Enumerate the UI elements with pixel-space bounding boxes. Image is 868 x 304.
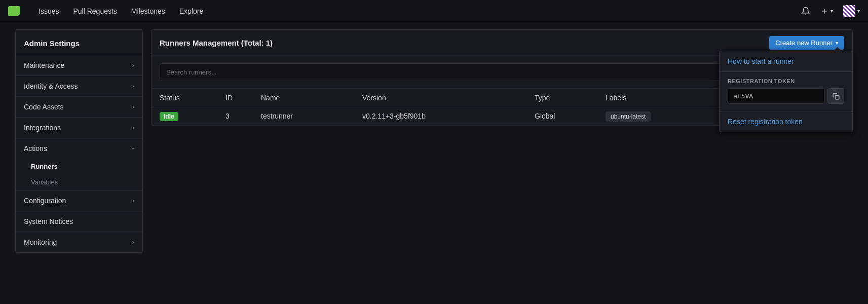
col-version: Version xyxy=(354,89,526,107)
copy-token-button[interactable] xyxy=(827,88,844,104)
sidebar-item-label: Code Assets xyxy=(24,103,64,111)
button-label: Create new Runner xyxy=(775,39,833,47)
chevron-down-icon: › xyxy=(130,147,137,149)
chevron-down-icon: ▾ xyxy=(831,8,833,14)
cell-name: testrunner xyxy=(253,107,354,125)
col-type: Type xyxy=(526,89,597,107)
admin-sidebar: Admin Settings Maintenance › Identity & … xyxy=(15,29,143,253)
sidebar-subitem-runners[interactable]: Runners xyxy=(16,159,142,174)
registration-token-label: REGISTRATION TOKEN xyxy=(728,78,844,84)
user-menu[interactable]: ▾ xyxy=(843,5,860,17)
sidebar-item-label: System Notices xyxy=(24,217,73,225)
copy-icon xyxy=(833,93,840,100)
sidebar-item-label: Identity & Access xyxy=(24,82,78,90)
create-runner-button[interactable]: Create new Runner ▾ xyxy=(769,36,844,50)
top-navbar: Issues Pull Requests Milestones Explore … xyxy=(0,0,868,22)
chevron-down-icon: ▾ xyxy=(857,8,860,14)
sidebar-item-label: Integrations xyxy=(24,124,61,132)
col-id: ID xyxy=(217,89,253,107)
chevron-right-icon: › xyxy=(132,83,134,90)
registration-token-input[interactable] xyxy=(728,88,824,104)
sidebar-item-actions[interactable]: Actions › xyxy=(16,138,142,159)
chevron-right-icon: › xyxy=(132,62,134,69)
nav-link-explore[interactable]: Explore xyxy=(179,7,203,15)
cell-type: Global xyxy=(526,107,597,125)
cell-id: 3 xyxy=(217,107,253,125)
label-tag: ubuntu-latest xyxy=(606,111,651,122)
sidebar-item-label: Configuration xyxy=(24,197,66,205)
chevron-right-icon: › xyxy=(132,103,134,110)
nav-link-pull-requests[interactable]: Pull Requests xyxy=(73,7,117,15)
sidebar-item-configuration[interactable]: Configuration › xyxy=(16,190,142,211)
chevron-right-icon: › xyxy=(132,197,134,204)
sidebar-item-label: Actions xyxy=(24,144,47,153)
avatar xyxy=(843,5,855,17)
sidebar-item-integrations[interactable]: Integrations › xyxy=(16,117,142,138)
create-runner-dropdown: How to start a runner REGISTRATION TOKEN… xyxy=(719,51,853,132)
reset-token-link[interactable]: Reset registration token xyxy=(720,111,852,132)
site-logo[interactable] xyxy=(8,6,20,16)
notifications-icon[interactable] xyxy=(801,7,810,16)
panel-title: Runners Management (Total: 1) xyxy=(160,39,273,47)
col-labels: Labels xyxy=(597,89,724,107)
sidebar-item-code-assets[interactable]: Code Assets › xyxy=(16,96,142,117)
chevron-right-icon: › xyxy=(132,239,134,246)
col-status: Status xyxy=(152,89,217,107)
sidebar-item-label: Maintenance xyxy=(24,61,64,69)
create-menu[interactable]: ▾ xyxy=(820,7,833,15)
chevron-down-icon: ▾ xyxy=(836,40,838,46)
col-name: Name xyxy=(253,89,354,107)
sidebar-item-label: Monitoring xyxy=(24,238,57,246)
chevron-right-icon: › xyxy=(132,124,134,131)
sidebar-title: Admin Settings xyxy=(16,30,142,55)
sidebar-item-maintenance[interactable]: Maintenance › xyxy=(16,55,142,75)
how-to-start-link[interactable]: How to start a runner xyxy=(720,51,852,71)
nav-link-issues[interactable]: Issues xyxy=(39,7,59,15)
status-badge: Idle xyxy=(160,112,178,121)
sidebar-item-identity-access[interactable]: Identity & Access › xyxy=(16,75,142,96)
sidebar-item-system-notices[interactable]: System Notices xyxy=(16,211,142,232)
cell-version: v0.2.11+3-gb5f901b xyxy=(354,107,526,125)
svg-rect-2 xyxy=(835,95,839,99)
nav-link-milestones[interactable]: Milestones xyxy=(131,7,165,15)
sidebar-subitem-variables[interactable]: Variables xyxy=(16,174,142,190)
sidebar-item-monitoring[interactable]: Monitoring › xyxy=(16,232,142,252)
